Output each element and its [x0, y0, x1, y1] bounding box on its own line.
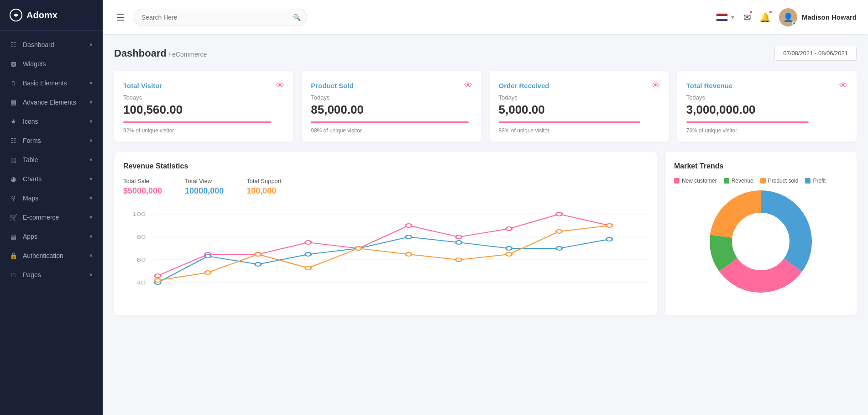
svg-text:80: 80 — [136, 234, 146, 240]
eye-icon[interactable]: 👁 — [652, 81, 660, 90]
user-info[interactable]: 👤 Madison Howard — [779, 8, 857, 26]
chevron-icon: ▼ — [89, 195, 94, 201]
chart-stat-total-view: Total View 10000,000 — [185, 178, 224, 196]
svg-point-29 — [155, 278, 161, 282]
sliders-icon: ▤ — [9, 98, 17, 106]
search-container: 🔍 — [134, 9, 307, 26]
stat-card-title: Total Revenue — [686, 82, 732, 89]
sidebar-item-label: Basic Elements — [23, 79, 67, 87]
sidebar-item-label: Charts — [23, 175, 42, 183]
stat-label: Todays — [499, 94, 660, 101]
chevron-down-icon: ▼ — [730, 15, 735, 20]
chevron-icon: ▼ — [89, 176, 94, 182]
star-icon: ★ — [9, 117, 17, 126]
svg-point-38 — [607, 224, 612, 227]
hamburger-button[interactable]: ☰ — [114, 10, 127, 25]
table-icon: ▦ — [9, 156, 17, 164]
sidebar-item-maps[interactable]: ⚲ Maps ▼ — [0, 189, 103, 208]
page-breadcrumb: / eCommerce — [168, 51, 207, 58]
eye-icon[interactable]: 👁 — [839, 81, 847, 90]
market-trends-title: Market Trends — [674, 162, 847, 170]
chevron-icon: ▼ — [89, 253, 94, 258]
stat-card-total-revenue: Total Revenue 👁 Todays 3,000,000.00 76% … — [677, 71, 857, 142]
svg-point-35 — [456, 258, 462, 262]
messages-button[interactable]: ✉ — [743, 12, 751, 23]
user-online-dot — [792, 21, 796, 26]
eye-icon[interactable]: 👁 — [276, 81, 284, 90]
bottom-section: Revenue Statistics Total Sale $5000,000 … — [114, 152, 857, 315]
stat-label: Todays — [686, 94, 847, 101]
sidebar-item-advance-elements[interactable]: ▤ Advance Elements ▼ — [0, 93, 103, 112]
header: ☰ 🔍 ▼ ✉ 🔔 👤 Madis — [103, 0, 868, 34]
svg-point-36 — [506, 252, 512, 256]
stat-cards-grid: Total Visitor 👁 Todays 100,560.00 92% of… — [114, 71, 857, 142]
sidebar-item-label: Widgets — [23, 60, 46, 68]
market-trends-card: Market Trends New customer Revenue Produ… — [665, 152, 857, 315]
file-text-icon: ☷ — [9, 137, 17, 145]
user-name: Madison Howard — [802, 13, 857, 21]
sidebar-item-icons[interactable]: ★ Icons ▼ — [0, 112, 103, 131]
stat-card-title: Order Received — [499, 82, 549, 89]
chevron-icon: ▼ — [89, 138, 94, 143]
stat-label: Todays — [123, 94, 284, 101]
brand-name: Adomx — [26, 10, 58, 21]
donut-chart-svg — [697, 178, 825, 305]
stat-card-header: Product Sold 👁 — [311, 81, 472, 90]
stat-value: 85,000.00 — [311, 103, 472, 117]
page-header: Dashboard / eCommerce 07/08/2021 - 08/06… — [114, 46, 857, 61]
sidebar-item-label: Forms — [23, 137, 41, 144]
chart-stat-value: $5000,000 — [123, 186, 162, 196]
svg-point-43 — [732, 213, 789, 269]
grid-apps-icon: ▦ — [9, 232, 17, 241]
sidebar-item-e-commerce[interactable]: 🛒 E-commerce ▼ — [0, 208, 103, 227]
chart-stat-total-sale: Total Sale $5000,000 — [123, 178, 162, 196]
eye-icon[interactable]: 👁 — [464, 81, 472, 90]
sidebar-item-apps[interactable]: ▦ Apps ▼ — [0, 227, 103, 246]
stat-bar — [311, 121, 469, 123]
date-range-button[interactable]: 07/08/2021 - 08/06/2021 — [774, 46, 857, 61]
svg-point-27 — [556, 247, 562, 250]
sidebar-item-label: E-commerce — [23, 214, 59, 221]
svg-text:100: 100 — [132, 211, 146, 217]
chevron-icon: ▼ — [89, 234, 94, 239]
search-input[interactable] — [134, 9, 307, 26]
sidebar: Adomx ☷ Dashboard ▼ ▩ Widgets ▯ Basic El… — [0, 0, 103, 415]
breadcrumb: Dashboard / eCommerce — [114, 47, 207, 59]
chart-area: 100 80 60 40 — [123, 205, 648, 305]
sidebar-logo: Adomx — [0, 0, 103, 31]
svg-point-26 — [506, 247, 512, 250]
chart-stat-value: 100,000 — [246, 186, 282, 196]
sidebar-item-table[interactable]: ▦ Table ▼ — [0, 150, 103, 169]
stat-card-header: Total Visitor 👁 — [123, 81, 284, 90]
svg-point-17 — [556, 212, 562, 216]
stat-card-header: Order Received 👁 — [499, 81, 660, 90]
logo-icon — [9, 8, 23, 22]
stat-footer: 92% of unique visitor — [123, 127, 284, 134]
search-icon: 🔍 — [293, 14, 301, 21]
notifications-button[interactable]: 🔔 — [759, 12, 771, 23]
sidebar-item-widgets[interactable]: ▩ Widgets — [0, 54, 103, 74]
map-icon: ⚲ — [9, 194, 17, 202]
sidebar-item-authentication[interactable]: 🔒 Authentication ▼ — [0, 246, 103, 265]
sidebar-item-forms[interactable]: ☷ Forms ▼ — [0, 131, 103, 150]
pie-chart-icon: ◕ — [9, 175, 17, 183]
svg-point-22 — [305, 252, 311, 256]
stat-card-product-sold: Product Sold 👁 Todays 85,000.00 98% of u… — [302, 71, 481, 142]
chart-stats: Total Sale $5000,000 Total View 10000,00… — [123, 178, 648, 196]
svg-point-25 — [456, 241, 462, 244]
svg-point-15 — [456, 235, 462, 239]
sidebar-item-basic-elements[interactable]: ▯ Basic Elements ▼ — [0, 74, 103, 93]
sidebar-item-charts[interactable]: ◕ Charts ▼ — [0, 169, 103, 189]
page-title: Dashboard — [114, 47, 167, 59]
flag-icon — [716, 13, 728, 21]
chevron-icon: ▼ — [89, 157, 94, 163]
svg-point-12 — [305, 241, 311, 244]
revenue-chart-card: Revenue Statistics Total Sale $5000,000 … — [114, 152, 657, 315]
language-selector[interactable]: ▼ — [716, 13, 735, 21]
chevron-icon: ▼ — [89, 100, 94, 105]
sidebar-item-pages[interactable]: □ Pages ▼ — [0, 265, 103, 284]
svg-point-31 — [255, 252, 261, 256]
sidebar-item-dashboard[interactable]: ☷ Dashboard ▼ — [0, 35, 103, 54]
svg-text:60: 60 — [136, 257, 146, 263]
svg-point-33 — [356, 247, 361, 250]
